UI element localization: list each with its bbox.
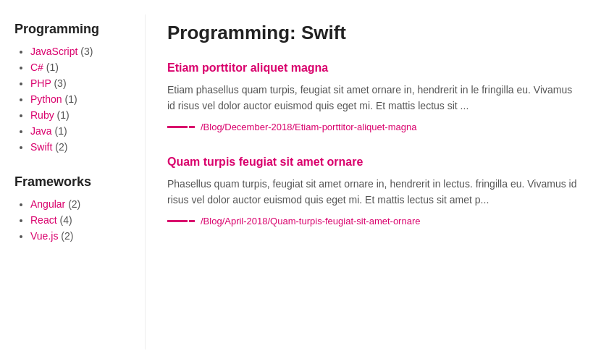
sidebar-item-count: (1) [62,93,77,105]
main-content: Programming: Swift Etiam porttitor aliqu… [145,14,601,350]
article: Etiam porttitor aliquet magnaEtiam phase… [167,62,579,132]
sidebar-section-list-1: Angular (2)React (4)Vue.js (2) [14,198,130,242]
list-item: Swift (2) [30,141,130,153]
sidebar-link-1-2[interactable]: Vue.js [30,230,58,242]
article: Quam turpis feugiat sit amet ornarePhase… [167,156,579,227]
list-item: Python (1) [30,93,130,105]
sidebar-link-0-2[interactable]: PHP [30,77,51,89]
sidebar-item-count: (1) [43,62,59,73]
articles-list: Etiam porttitor aliquet magnaEtiam phase… [167,62,579,227]
sidebar-link-0-5[interactable]: Java [30,125,52,137]
sidebar-item-count: (1) [52,125,67,137]
sidebar: ProgrammingJavaScript (3)C# (1)PHP (3)Py… [0,14,145,350]
sidebar-link-0-0[interactable]: JavaScript [30,46,77,57]
sidebar-section-title-0: Programming [14,22,130,37]
list-item: PHP (3) [30,77,130,89]
url-icon-dash-long [167,220,188,222]
sidebar-item-count: (2) [58,230,73,242]
sidebar-link-0-1[interactable]: C# [30,62,43,73]
sidebar-item-count: (2) [52,141,67,153]
url-icon [167,220,195,222]
sidebar-link-1-1[interactable]: React [30,214,57,226]
url-icon-dash-short [189,126,195,128]
list-item: React (4) [30,214,130,226]
sidebar-section-title-1: Frameworks [14,174,130,190]
sidebar-section-list-0: JavaScript (3)C# (1)PHP (3)Python (1)Rub… [14,46,130,153]
sidebar-link-1-0[interactable]: Angular [30,198,65,210]
sidebar-link-0-6[interactable]: Swift [30,141,52,153]
sidebar-item-count: (4) [57,214,72,226]
page-title: Programming: Swift [167,22,579,44]
list-item: Angular (2) [30,198,130,210]
list-item: Ruby (1) [30,109,130,121]
article-excerpt-0: Etiam phasellus quam turpis, feugiat sit… [167,82,579,114]
list-item: JavaScript (3) [30,46,130,57]
article-excerpt-1: Phasellus quam turpis, feugiat sit amet … [167,176,579,208]
url-icon [167,126,195,128]
url-icon-dash-short [189,220,195,222]
article-url-row-0: /Blog/December-2018/Etiam-porttitor-aliq… [167,122,579,132]
article-url-link-0[interactable]: /Blog/December-2018/Etiam-porttitor-aliq… [201,122,416,132]
article-title-0[interactable]: Etiam porttitor aliquet magna [167,62,579,75]
sidebar-item-count: (1) [54,109,70,121]
list-item: Java (1) [30,125,130,137]
sidebar-item-count: (2) [65,198,80,210]
url-icon-dash-long [167,126,188,128]
sidebar-link-0-3[interactable]: Python [30,93,62,105]
article-url-link-1[interactable]: /Blog/April-2018/Quam-turpis-feugiat-sit… [201,216,420,227]
list-item: Vue.js (2) [30,230,130,242]
article-title-1[interactable]: Quam turpis feugiat sit amet ornare [167,156,579,169]
list-item: C# (1) [30,62,130,73]
sidebar-link-0-4[interactable]: Ruby [30,109,54,121]
sidebar-item-count: (3) [77,46,93,57]
sidebar-item-count: (3) [51,77,67,89]
article-url-row-1: /Blog/April-2018/Quam-turpis-feugiat-sit… [167,216,579,227]
